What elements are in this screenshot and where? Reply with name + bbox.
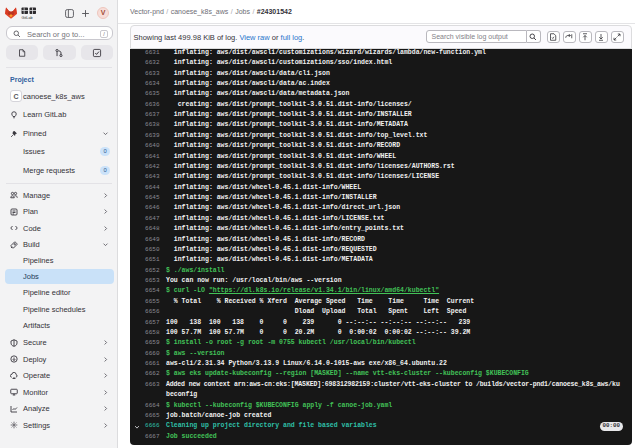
svg-text:GitLab: GitLab <box>22 16 33 20</box>
